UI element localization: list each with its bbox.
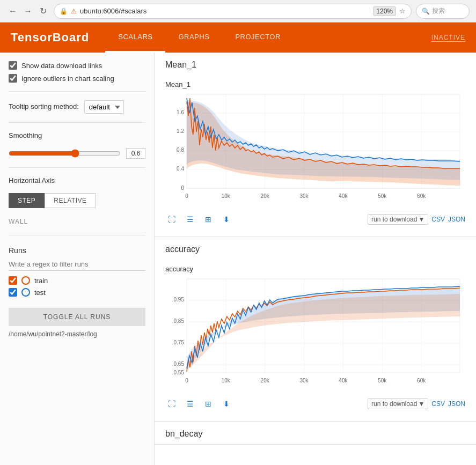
log-path: /home/wu/pointnet2-master/log: [9, 330, 145, 338]
train-checkbox[interactable]: [9, 276, 17, 285]
divider-3: [9, 167, 145, 168]
svg-text:0: 0: [185, 193, 188, 199]
back-button[interactable]: ←: [6, 5, 19, 18]
svg-text:20k: 20k: [261, 193, 269, 199]
runs-filter-input[interactable]: [9, 259, 145, 271]
star-icon[interactable]: ☆: [399, 7, 406, 15]
tooltip-select[interactable]: default: [84, 100, 124, 114]
mean1-toolbar: ⛶ ☰ ⊞ ⬇ run to download ▼ CSV JSON: [165, 210, 465, 231]
shield-icon: ⚠: [71, 8, 77, 15]
test-checkbox[interactable]: [9, 288, 17, 297]
search-icon: 🔍: [422, 8, 430, 15]
forward-button[interactable]: →: [21, 5, 34, 18]
ignore-outliers-label: Ignore outliers in chart scaling: [21, 75, 114, 83]
accuracy-section-title: accuracy: [155, 237, 476, 260]
refresh-button[interactable]: ↻: [36, 5, 49, 18]
step-button[interactable]: STEP: [9, 193, 45, 208]
svg-text:30k: 30k: [299, 193, 308, 199]
svg-text:10k: 10k: [222, 378, 230, 383]
main-layout: Show data download links Ignore outliers…: [0, 53, 476, 465]
show-data-links-checkbox[interactable]: [9, 61, 17, 70]
accuracy-expand-icon[interactable]: ⛶: [165, 397, 178, 410]
svg-text:0.4: 0.4: [177, 166, 184, 172]
svg-text:0.8: 0.8: [177, 147, 184, 153]
axis-buttons: STEP RELATIVE: [9, 193, 145, 208]
accuracy-csv-link[interactable]: CSV: [431, 400, 445, 408]
accuracy-svg: 0.55 0.65 0.75 0.85 0.95 0 10k 20k 30k 4…: [165, 276, 465, 394]
smoothing-value-input[interactable]: [126, 148, 145, 159]
show-data-links-label: Show data download links: [21, 62, 102, 70]
smoothing-slider[interactable]: [9, 149, 121, 158]
mean1-download-section: run to download ▼ CSV JSON: [368, 214, 465, 225]
mean1-run-to-download[interactable]: run to download ▼: [368, 214, 428, 225]
tooltip-label: Tooltip sorting method:: [9, 102, 79, 112]
zoom-badge: 120%: [373, 6, 396, 16]
search-placeholder: 搜索: [432, 6, 445, 16]
wall-button[interactable]: WALL: [9, 217, 145, 226]
accuracy-toolbar: ⛶ ☰ ⊞ ⬇ run to download ▼ CSV JSON: [165, 394, 465, 416]
nav-buttons: ← → ↻: [6, 5, 49, 18]
ignore-outliers-row[interactable]: Ignore outliers in chart scaling: [9, 74, 145, 83]
tab-scalars[interactable]: SCALARS: [105, 23, 165, 53]
accuracy-download-section: run to download ▼ CSV JSON: [368, 398, 465, 409]
mean1-chart-area: 0 0.4 0.8 1.2 1.6 0 10k 20k 30k 40k 50k …: [165, 92, 465, 210]
ignore-outliers-checkbox[interactable]: [9, 74, 17, 83]
svg-text:0.85: 0.85: [174, 318, 185, 324]
accuracy-json-link[interactable]: JSON: [448, 400, 465, 408]
mean1-json-link[interactable]: JSON: [448, 216, 465, 223]
address-bar[interactable]: 🔒 ⚠ ubuntu:6006/#scalars 120% ☆: [54, 4, 412, 19]
svg-text:0.75: 0.75: [174, 339, 185, 345]
app-header: TensorBoard SCALARS GRAPHS PROJECTOR INA…: [0, 23, 476, 53]
mean1-csv-link[interactable]: CSV: [431, 216, 445, 223]
accuracy-run-to-download[interactable]: run to download ▼: [368, 398, 428, 409]
svg-text:40k: 40k: [339, 378, 347, 383]
nav-tabs: SCALARS GRAPHS PROJECTOR: [105, 23, 431, 53]
relative-button[interactable]: RELATIVE: [45, 193, 96, 208]
inactive-badge: INACTIVE: [431, 34, 465, 41]
h-axis-section: Horizontal Axis STEP RELATIVE WALL: [9, 176, 145, 226]
svg-text:50k: 50k: [378, 378, 386, 383]
svg-text:0: 0: [181, 185, 184, 191]
svg-text:20k: 20k: [261, 378, 269, 383]
run-row-test: test: [9, 288, 145, 297]
smoothing-label: Smoothing: [9, 131, 145, 139]
svg-text:10k: 10k: [222, 193, 230, 199]
test-color-dot[interactable]: [21, 288, 30, 297]
search-bar[interactable]: 🔍 搜索: [416, 4, 470, 19]
lock-icon: 🔒: [60, 8, 68, 15]
svg-text:0: 0: [185, 378, 188, 383]
chevron-down-icon: ▼: [418, 216, 424, 223]
svg-text:30k: 30k: [299, 378, 308, 383]
mean1-chart-container: Mean_1: [155, 75, 476, 237]
svg-text:1.6: 1.6: [177, 109, 184, 115]
mean1-expand-icon[interactable]: ⛶: [165, 213, 178, 226]
mean1-download-icon[interactable]: ⬇: [220, 213, 233, 226]
content-area: Mean_1 Mean_1: [155, 53, 476, 465]
mean1-fit-icon[interactable]: ⊞: [202, 213, 215, 226]
mean1-svg: 0 0.4 0.8 1.2 1.6 0 10k 20k 30k 40k 50k …: [165, 92, 465, 210]
app-logo: TensorBoard: [11, 31, 89, 45]
accuracy-fit-icon[interactable]: ⊞: [202, 397, 215, 410]
show-data-links-row[interactable]: Show data download links: [9, 61, 145, 70]
display-options: Show data download links Ignore outliers…: [9, 61, 145, 83]
train-color-dot[interactable]: [21, 276, 30, 285]
tab-graphs[interactable]: GRAPHS: [165, 23, 222, 53]
chevron-down-icon-2: ▼: [418, 400, 424, 408]
accuracy-list-icon[interactable]: ☰: [184, 397, 196, 410]
divider-4: [9, 235, 145, 235]
divider-2: [9, 122, 145, 123]
svg-text:1.2: 1.2: [177, 128, 184, 134]
svg-text:0.55: 0.55: [174, 370, 185, 375]
runs-title: Runs: [9, 246, 145, 255]
svg-text:0.95: 0.95: [174, 297, 185, 302]
tab-projector[interactable]: PROJECTOR: [222, 23, 293, 53]
accuracy-download-icon[interactable]: ⬇: [220, 397, 233, 410]
mean1-section-title: Mean_1: [155, 53, 476, 75]
mean1-list-icon[interactable]: ☰: [184, 213, 196, 226]
accuracy-chart-area: 0.55 0.65 0.75 0.85 0.95 0 10k 20k 30k 4…: [165, 276, 465, 394]
runs-section: Runs train test TOGGLE ALL RUNS /home/wu…: [9, 246, 145, 338]
toggle-all-runs-button[interactable]: TOGGLE ALL RUNS: [9, 308, 145, 326]
test-label: test: [34, 289, 46, 297]
train-label: train: [34, 277, 48, 285]
svg-text:60k: 60k: [417, 193, 426, 199]
